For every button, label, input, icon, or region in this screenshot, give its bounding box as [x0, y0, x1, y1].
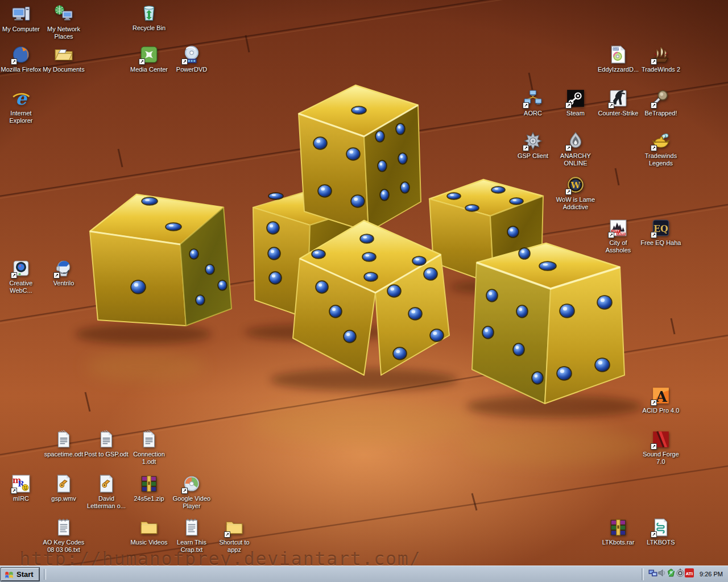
svg-text:e: e: [15, 89, 27, 108]
desktop-icon-steam[interactable]: ↗Steam: [553, 89, 598, 117]
desktop-icon-tradewinds-legends[interactable]: ↗Tradewinds Legends: [639, 131, 683, 167]
desktop-icon-sound-forge-70[interactable]: ↗Sound Forge 7.0: [639, 430, 683, 465]
icon-label: ACID Pro 4.0: [639, 407, 683, 414]
desktop-icon-ventrilo[interactable]: ↗Ventrilo: [42, 259, 86, 287]
tray-network-icon[interactable]: [648, 568, 657, 577]
icon-label: LTKBOTS: [639, 539, 683, 546]
taskbar-divider: [44, 569, 46, 580]
icon-label: 24s5e1.zip: [127, 495, 171, 502]
desktop-icon-learn-this-crap[interactable]: Learn This Crap.txt: [169, 518, 214, 554]
icon-label: AORC: [511, 110, 555, 117]
icon-label: Recycle Bin: [127, 24, 171, 32]
post-to-gsp-odt-icon: [97, 430, 116, 449]
betrapped-icon: ↗: [651, 89, 671, 108]
icon-label: gsp.wmv: [42, 495, 86, 502]
tray-ati-icon[interactable]: ATI: [685, 568, 694, 577]
desktop-icon-wow-is-lame-addictive[interactable]: W↗WoW is Lame Addictive: [553, 175, 598, 211]
shortcut-arrow-icon: ↗: [224, 531, 230, 538]
gsp-client-icon: ↗: [523, 131, 543, 151]
desktop-icon-free-eq-haha[interactable]: EQ↗Free EQ Haha: [639, 218, 683, 247]
icon-label: My Network Places: [42, 26, 86, 40]
desktop-icon-counter-strike[interactable]: ↗Counter-Strike: [596, 89, 640, 117]
desktop-icon-ltkbots-rar[interactable]: LTKbots.rar: [596, 518, 640, 546]
steam-icon: ↗: [566, 89, 585, 108]
anarchy-online-icon: ↗: [566, 131, 585, 151]
shortcut-arrow-icon: ↗: [181, 59, 188, 65]
sound-forge-70-icon: ↗: [651, 430, 671, 449]
shortcut-arrow-icon: ↗: [523, 102, 529, 109]
desktop-icon-mozilla-firefox[interactable]: ↗Mozilla Firefox: [0, 45, 43, 73]
shortcut-arrow-icon: ↗: [608, 102, 614, 109]
ltkbots-rar-icon: [609, 518, 628, 537]
desktop-icon-ltkbots[interactable]: ↗LTKBOTS: [639, 518, 683, 546]
desktop-icon-spacetime-odt[interactable]: spacetime.odt: [42, 430, 86, 458]
desktop-icon-recycle-bin[interactable]: Recycle Bin: [127, 3, 171, 32]
acid-pro-40-icon: A↗: [651, 386, 671, 405]
icon-label: spacetime.odt: [42, 451, 86, 458]
icon-label: WoW is Lame Addictive: [553, 196, 598, 211]
desktop-icon-music-videos[interactable]: Music Videos: [127, 518, 171, 546]
desktop-icon-zip-24s5e1[interactable]: 24s5e1.zip: [127, 474, 171, 502]
desktop-icon-acid-pro-40[interactable]: A↗ACID Pro 4.0: [639, 386, 683, 414]
desktop-icon-my-documents[interactable]: My Documents: [42, 45, 86, 73]
my-network-places-icon: [54, 5, 73, 24]
icon-label: Connection 1.odt: [127, 451, 171, 465]
shortcut-to-appz-icon: ↗: [225, 518, 244, 537]
system-tray: ATI 9:26 PM: [642, 568, 728, 580]
shortcut-arrow-icon: ↗: [651, 59, 657, 65]
icon-label: mIRC: [0, 495, 43, 502]
learn-this-crap-icon: [182, 518, 201, 537]
desktop-icon-google-video-player[interactable]: ↗Google Video Player: [169, 474, 214, 510]
desktop-icon-internet-explorer[interactable]: eInternet Explorer: [0, 89, 43, 124]
shortcut-arrow-icon: ↗: [608, 232, 614, 238]
icon-label: ANARCHY ONLINE: [553, 152, 598, 167]
desktop-icon-shortcut-to-appz[interactable]: ↗Shortcut to appz: [212, 518, 257, 554]
start-button[interactable]: Start: [1, 568, 39, 581]
tray-divider: [642, 568, 644, 580]
svg-text:ATI: ATI: [686, 572, 693, 576]
desktop-icon-mirc[interactable]: mR↗mIRC: [0, 474, 43, 502]
icon-label: Learn This Crap.txt: [169, 539, 214, 554]
desktop-icon-tradewinds-2[interactable]: ↗TradeWinds 2: [639, 45, 683, 73]
desktop-icon-my-network-places[interactable]: My Network Places: [42, 5, 86, 40]
icon-label: PowerDVD: [169, 66, 214, 73]
icon-label: Mozilla Firefox: [0, 66, 43, 73]
zip-24s5e1-icon: [139, 474, 159, 493]
desktop-icon-connection1-odt[interactable]: Connection 1.odt: [127, 430, 171, 465]
music-videos-icon: [139, 518, 159, 537]
shortcut-arrow-icon: ↗: [565, 102, 572, 109]
powerdvd-icon: ↗: [182, 45, 201, 64]
icon-label: Steam: [553, 110, 598, 117]
shortcut-arrow-icon: ↗: [565, 145, 572, 151]
desktop-icon-my-computer[interactable]: My Computer: [0, 5, 43, 33]
desktop-icon-powerdvd[interactable]: ↗PowerDVD: [169, 45, 214, 73]
desktop-icon-creative-webcam[interactable]: ↗Creative WebC...: [0, 259, 43, 294]
google-video-player-icon: ↗: [182, 474, 201, 493]
desktop-icon-betrapped[interactable]: ↗BeTrapped!: [639, 89, 683, 117]
shortcut-arrow-icon: ↗: [11, 272, 17, 278]
desktop-icon-david-letterman[interactable]: David Letterman o...: [84, 474, 129, 510]
icon-label: Music Videos: [127, 539, 171, 546]
tray-device-icon[interactable]: [676, 568, 685, 577]
shortcut-arrow-icon: ↗: [523, 145, 529, 151]
counter-strike-icon: ↗: [609, 89, 628, 108]
desktop-icon-eddyizzardd[interactable]: GVPEddyIzzardD...: [596, 45, 640, 73]
shortcut-arrow-icon: ↗: [651, 443, 657, 450]
tray-volume-icon[interactable]: [657, 568, 667, 577]
ltkbots-icon: ↗: [651, 518, 671, 537]
desktop-icon-ao-key-codes[interactable]: AO Key Codes 08 03 06.txt: [42, 518, 86, 554]
tray-green-app-icon[interactable]: [667, 568, 676, 577]
desktop-icon-post-to-gsp-odt[interactable]: Post to GSP.odt: [84, 430, 129, 458]
david-letterman-icon: [97, 474, 116, 493]
desktop-icon-gsp-client[interactable]: ↗GSP Client: [511, 131, 555, 160]
shortcut-arrow-icon: ↗: [651, 145, 657, 151]
desktop-icon-gsp-wmv[interactable]: gsp.wmv: [42, 474, 86, 502]
desktop-icon-media-center[interactable]: ↗Media Center: [127, 45, 171, 73]
taskbar: Start ATI 9:26 PM: [0, 566, 728, 582]
desktop-icon-anarchy-online[interactable]: ↗ANARCHY ONLINE: [553, 131, 598, 167]
icon-label: Internet Explorer: [0, 110, 43, 124]
desktop-icon-aorc[interactable]: ↗AORC: [511, 89, 555, 117]
desktop-icon-city-of-assholes[interactable]: CITYLAIRS↗City of Assholes: [596, 218, 640, 254]
my-documents-icon: [54, 45, 73, 64]
taskbar-clock[interactable]: 9:26 PM: [700, 571, 723, 577]
